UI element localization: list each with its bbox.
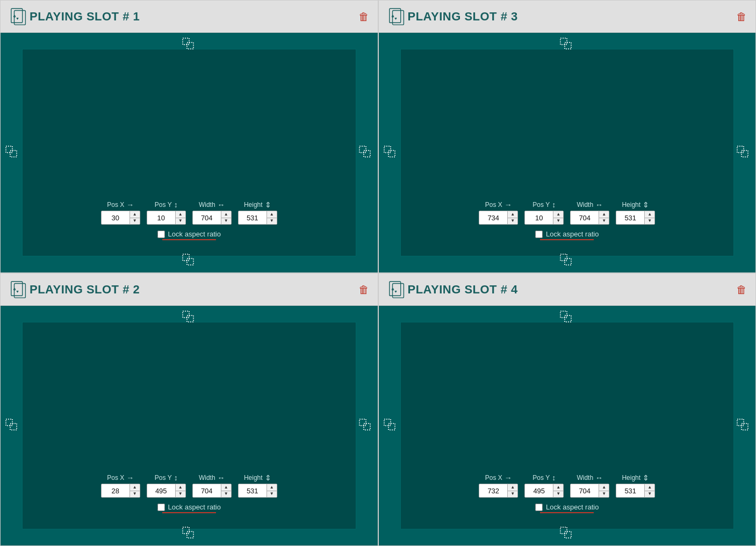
lock-row-4[interactable]: Lock aspect ratio — [535, 503, 599, 511]
width-4-input[interactable] — [571, 484, 599, 497]
height-3-up[interactable]: ▲ — [645, 211, 654, 218]
height-4-spinbox[interactable]: ▲ ▼ — [616, 484, 655, 498]
posy-4-input[interactable] — [525, 484, 553, 497]
posy-2-up[interactable]: ▲ — [176, 484, 185, 491]
posy-1-spinbox[interactable]: ▲ ▼ — [147, 211, 186, 225]
width-2-spinbox[interactable]: ▲ ▼ — [192, 484, 232, 498]
width-2-up[interactable]: ▲ — [221, 484, 231, 491]
posx-3-input[interactable] — [479, 211, 507, 224]
height-3-input[interactable] — [616, 211, 644, 224]
posx-3-arrows: ▲ ▼ — [507, 211, 517, 224]
lock-checkbox-2[interactable] — [157, 504, 165, 511]
width-3-down[interactable]: ▼ — [599, 218, 609, 225]
posy-1-up[interactable]: ▲ — [176, 211, 185, 218]
posx-3-down[interactable]: ▼ — [508, 218, 517, 225]
height-2-input[interactable] — [239, 484, 267, 497]
delete-button-4[interactable]: 🗑 — [736, 283, 747, 296]
height-icon-1: ⇕ — [265, 200, 271, 209]
posx-2-up[interactable]: ▲ — [130, 484, 140, 491]
posy-2-down[interactable]: ▼ — [176, 491, 185, 498]
posy-3-spinbox[interactable]: ▲ ▼ — [524, 211, 564, 225]
posy-icon-2: ↕ — [174, 473, 178, 482]
posx-3-spinbox[interactable]: ▲ ▼ — [479, 211, 518, 225]
height-1-input[interactable] — [239, 211, 267, 224]
delete-button-3[interactable]: 🗑 — [736, 10, 747, 23]
lock-checkbox-1[interactable] — [157, 231, 165, 238]
delete-button-1[interactable]: 🗑 — [358, 10, 369, 23]
svg-rect-7 — [187, 258, 193, 265]
height-3-spinbox[interactable]: ▲ ▼ — [616, 211, 655, 225]
width-2-input[interactable] — [193, 484, 221, 497]
height-1-down[interactable]: ▼ — [267, 218, 277, 225]
posx-4-down[interactable]: ▼ — [508, 491, 517, 498]
height-1-up[interactable]: ▲ — [267, 211, 277, 218]
width-2-down[interactable]: ▼ — [221, 491, 231, 498]
height-2-arrows: ▲ ▼ — [267, 484, 277, 497]
svg-rect-46 — [737, 419, 744, 426]
slot-content-1: Pos X → ▲ ▼ Pos Y ↕ ▲ — [1, 33, 378, 272]
posx-group-4: Pos X → ▲ ▼ — [479, 473, 518, 498]
controls-3: Pos X → ▲ ▼ Pos Y ↕ ▲ — [379, 200, 756, 240]
svg-rect-40 — [560, 311, 567, 318]
lock-label-1: Lock aspect ratio — [168, 230, 221, 238]
lock-checkbox-3[interactable] — [535, 231, 543, 238]
width-3-up[interactable]: ▲ — [599, 211, 609, 218]
width-1-up[interactable]: ▲ — [221, 211, 231, 218]
posx-4-input[interactable] — [479, 484, 507, 497]
lock-checkbox-4[interactable] — [535, 504, 543, 511]
height-1-spinbox[interactable]: ▲ ▼ — [238, 211, 277, 225]
lock-row-3[interactable]: Lock aspect ratio — [535, 230, 599, 238]
width-4-spinbox[interactable]: ▲ ▼ — [570, 484, 609, 498]
posy-1-input[interactable] — [147, 211, 175, 224]
svg-rect-16 — [560, 38, 567, 45]
posy-3-down[interactable]: ▼ — [553, 218, 563, 225]
posx-label-1: Pos X → — [107, 200, 134, 209]
height-4-up[interactable]: ▲ — [645, 484, 654, 491]
posy-4-spinbox[interactable]: ▲ ▼ — [524, 484, 564, 498]
height-4-down[interactable]: ▼ — [645, 491, 654, 498]
height-2-down[interactable]: ▼ — [267, 491, 277, 498]
height-4-input[interactable] — [616, 484, 644, 497]
height-2-spinbox[interactable]: ▲ ▼ — [238, 484, 277, 498]
posy-2-input[interactable] — [147, 484, 175, 497]
posx-3-up[interactable]: ▲ — [508, 211, 517, 218]
posx-1-up[interactable]: ▲ — [130, 211, 140, 218]
width-4-up[interactable]: ▲ — [599, 484, 609, 491]
posx-2-down[interactable]: ▼ — [130, 491, 140, 498]
posy-3-up[interactable]: ▲ — [553, 211, 563, 218]
width-1-input[interactable] — [193, 211, 221, 224]
height-3-down[interactable]: ▼ — [645, 218, 654, 225]
posx-1-down[interactable]: ▼ — [130, 218, 140, 225]
posx-2-spinbox[interactable]: ▲ ▼ — [101, 484, 140, 498]
posx-icon-1: → — [126, 200, 134, 209]
posy-label-2: Pos Y ↕ — [155, 473, 178, 482]
lock-row-2[interactable]: Lock aspect ratio — [157, 503, 221, 511]
width-1-spinbox[interactable]: ▲ ▼ — [192, 211, 232, 225]
width-3-input[interactable] — [571, 211, 599, 224]
height-label-2: Height ⇕ — [244, 473, 271, 482]
posx-4-up[interactable]: ▲ — [508, 484, 517, 491]
width-group-4: Width ↔ ▲ ▼ — [570, 473, 609, 498]
width-3-spinbox[interactable]: ▲ ▼ — [570, 211, 609, 225]
posy-3-input[interactable] — [525, 211, 553, 224]
posx-4-spinbox[interactable]: ▲ ▼ — [479, 484, 518, 498]
posy-4-down[interactable]: ▼ — [553, 491, 563, 498]
posx-1-spinbox[interactable]: ▲ ▼ — [101, 211, 140, 225]
posx-4-arrows: ▲ ▼ — [507, 484, 517, 497]
posx-2-input[interactable] — [102, 484, 129, 497]
posy-1-down[interactable]: ▼ — [176, 218, 185, 225]
top-bracket-2 — [182, 310, 197, 325]
slot-content-2: Pos X → ▲ ▼ Pos Y ↕ ▲ — [1, 306, 378, 545]
posx-1-input[interactable] — [102, 211, 129, 224]
svg-rect-9 — [10, 150, 17, 157]
posy-2-spinbox[interactable]: ▲ ▼ — [147, 484, 186, 498]
lock-row-1[interactable]: Lock aspect ratio — [157, 230, 221, 238]
svg-rect-8 — [6, 146, 12, 153]
height-2-up[interactable]: ▲ — [267, 484, 277, 491]
posy-4-up[interactable]: ▲ — [553, 484, 563, 491]
svg-rect-28 — [183, 311, 189, 318]
width-1-down[interactable]: ▼ — [221, 218, 231, 225]
height-group-4: Height ⇕ ▲ ▼ — [616, 473, 655, 498]
delete-button-2[interactable]: 🗑 — [358, 283, 369, 296]
width-4-down[interactable]: ▼ — [599, 491, 609, 498]
